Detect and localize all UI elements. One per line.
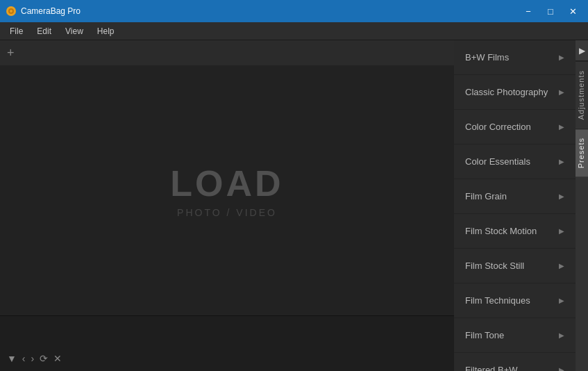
preset-arrow-icon: ▶ [559,123,564,131]
close-button[interactable]: ✕ [563,3,582,19]
filmstrip-next-btn[interactable]: › [31,353,35,364]
preset-name: Film Tone [465,330,559,340]
preset-name: Color Essentials [465,156,559,167]
preset-item[interactable]: Film Grain ▶ [454,179,576,214]
filmstrip: ▼ ‹ › ⟳ ✕ [0,315,454,371]
preset-name: Color Correction [465,122,559,132]
menu-view[interactable]: View [58,22,90,40]
filmstrip-close-btn[interactable]: ✕ [53,353,62,364]
minimize-button[interactable]: − [519,3,538,19]
svg-point-2 [10,10,12,13]
preset-item[interactable]: Color Correction ▶ [454,110,576,145]
preset-name: Classic Photography [465,87,559,97]
preset-name: Film Stock Motion [465,226,559,236]
preset-name: Film Techniques [465,295,559,306]
preset-name: B+W Films [465,52,559,63]
add-button[interactable]: + [7,47,15,59]
panel-expand-btn[interactable]: ▶ [576,40,588,61]
filmstrip-reset-btn[interactable]: ⟳ [40,353,48,364]
preset-arrow-icon: ▶ [559,297,564,304]
preset-name: Film Grain [465,191,559,201]
preset-arrow-icon: ▶ [559,158,564,165]
preset-arrow-icon: ▶ [559,192,564,200]
preset-arrow-icon: ▶ [559,262,564,270]
preset-item[interactable]: Classic Photography ▶ [454,75,576,110]
center-panel: + LOAD PHOTO / VIDEO ▼ ‹ › ⟳ ✕ [0,40,454,371]
preset-item[interactable]: Film Techniques ▶ [454,283,576,318]
tab-adjustments[interactable]: Adjustments [576,61,588,129]
app-icon [6,6,17,17]
filmstrip-dropdown-btn[interactable]: ▼ [7,353,17,364]
preset-item[interactable]: Film Stock Still ▶ [454,249,576,283]
load-subtext: PHOTO / VIDEO [177,207,277,218]
preset-item[interactable]: Filtered B+W ▶ [454,353,576,371]
preset-arrow-icon: ▶ [559,88,564,96]
preset-arrow-icon: ▶ [559,53,564,61]
filmstrip-prev-btn[interactable]: ‹ [22,353,26,364]
preset-name: Film Stock Still [465,261,559,271]
preset-arrow-icon: ▶ [559,366,564,371]
tab-presets[interactable]: Presets [576,129,588,176]
app-title: CameraBag Pro [21,6,81,16]
preset-item[interactable]: Color Essentials ▶ [454,145,576,179]
load-text: LOAD [170,163,283,204]
preset-item[interactable]: B+W Films ▶ [454,40,576,75]
title-bar: CameraBag Pro − □ ✕ [0,0,588,22]
maximize-button[interactable]: □ [541,3,560,19]
preset-arrow-icon: ▶ [559,227,564,235]
preset-item[interactable]: Film Tone ▶ [454,318,576,353]
preset-arrow-icon: ▶ [559,331,564,339]
presets-content: B+W Films ▶ Classic Photography ▶ Color … [454,40,576,371]
menu-file[interactable]: File [3,22,30,40]
toolbar-row: + [0,40,454,65]
menu-edit[interactable]: Edit [30,22,58,40]
menu-help[interactable]: Help [90,22,121,40]
preset-item[interactable]: Film Stock Motion ▶ [454,214,576,249]
title-bar-left: CameraBag Pro [6,6,81,17]
right-panel-outer: B+W Films ▶ Classic Photography ▶ Color … [454,40,588,371]
preset-name: Filtered B+W [465,365,559,371]
filmstrip-controls: ▼ ‹ › ⟳ ✕ [7,353,62,364]
title-bar-controls: − □ ✕ [519,3,582,19]
side-tabs: ▶ Adjustments Presets [576,40,588,371]
main-content: + LOAD PHOTO / VIDEO ▼ ‹ › ⟳ ✕ B+W Films… [0,40,588,371]
canvas-area[interactable]: LOAD PHOTO / VIDEO [0,65,454,315]
menu-bar: File Edit View Help [0,22,588,40]
